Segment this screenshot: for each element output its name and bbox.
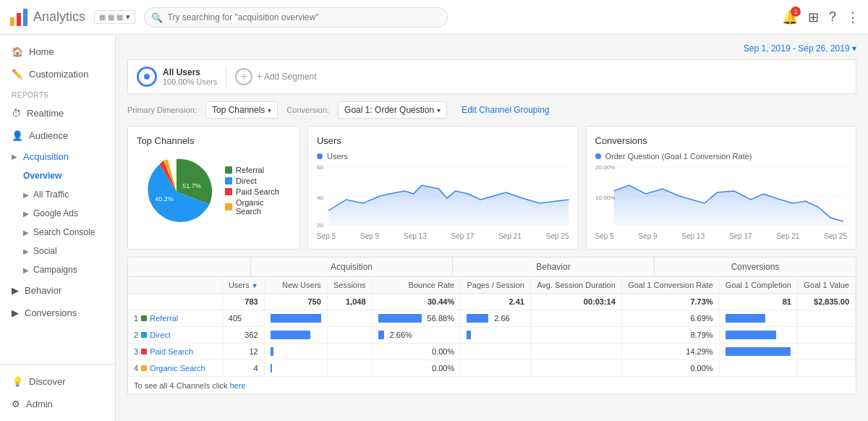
users-card: Users Users 60 <box>307 126 579 250</box>
edit-channel-grouping-link[interactable]: Edit Channel Grouping <box>461 105 549 115</box>
legend-direct: Direct <box>225 177 291 185</box>
total-sessions: 1,048 <box>327 294 372 310</box>
sidebar-item-customization[interactable]: ✏️ Customization <box>0 63 115 85</box>
add-segment-button[interactable]: + + Add Segment <box>235 68 316 85</box>
paid-search-link[interactable]: Paid Search <box>150 347 193 356</box>
row2-users: 362 <box>222 327 264 344</box>
sidebar-item-admin[interactable]: ⚙ Admin <box>0 393 115 415</box>
total-label <box>128 294 222 310</box>
sort-arrow-users: ▼ <box>252 282 258 289</box>
organic-search-dot <box>225 203 232 210</box>
row4-sessions <box>327 360 372 377</box>
sidebar-realtime-label: Realtime <box>27 108 64 119</box>
organic-search-link[interactable]: Organic Search <box>150 364 205 373</box>
segment-info: All Users 100.00% Users <box>163 67 217 86</box>
charts-row: Top Channels <box>127 126 856 250</box>
account-selector[interactable]: ▦ ▦ ▦ ▾ <box>94 10 135 24</box>
total-pages: 2.41 <box>461 294 531 310</box>
row1-sessions <box>327 310 372 327</box>
th-new-users[interactable]: New Users <box>264 277 327 294</box>
see-all-link[interactable]: here <box>230 381 246 390</box>
sidebar-acquisition-header[interactable]: ▶ Acquisition <box>0 147 115 166</box>
top-channels-title: Top Channels <box>137 135 291 146</box>
notifications-button[interactable]: 🔔 1 <box>782 9 798 25</box>
sidebar-item-overview[interactable]: Overview <box>23 166 115 185</box>
sidebar-campaigns-label: Campaigns <box>33 265 77 275</box>
data-table-card: Acquisition Behavior Conversions Users ▼… <box>127 257 856 395</box>
row3-channel: 3Paid Search <box>128 344 222 360</box>
home-icon: 🏠 <box>12 46 23 57</box>
sidebar-item-campaigns[interactable]: ▶ Campaigns <box>23 260 115 279</box>
sidebar-item-conversions[interactable]: ▶ Conversions <box>0 302 115 324</box>
app-title: Analytics <box>33 9 85 25</box>
segment-bar: All Users 100.00% Users + + Add Segment <box>127 59 856 94</box>
th-users[interactable]: Users ▼ <box>222 277 264 294</box>
row1-duration <box>530 310 621 327</box>
total-bounce: 30.44% <box>372 294 461 310</box>
sidebar-item-realtime[interactable]: ⏱ Realtime <box>0 102 115 124</box>
arrow-icon-camp: ▶ <box>23 266 29 274</box>
direct-dot <box>225 177 232 184</box>
th-bounce-rate[interactable]: Bounce Rate <box>372 277 461 294</box>
conversions-chart-title: Conversions <box>595 135 848 146</box>
x-label-sep21: Sep 21 <box>498 232 522 240</box>
sidebar-item-behavior[interactable]: ▶ Behavior <box>0 279 115 302</box>
row2-sessions <box>327 327 372 344</box>
users-line-chart: 60 40 20 <box>317 163 569 229</box>
row3-conv-rate: 14.29% <box>621 344 719 360</box>
direct-label: Direct <box>236 177 257 185</box>
th-conv-rate[interactable]: Goal 1 Conversion Rate <box>621 277 719 294</box>
date-range-arrow[interactable]: ▾ <box>852 43 856 54</box>
segment-chip: All Users 100.00% Users <box>137 67 217 87</box>
apps-button[interactable]: ⊞ <box>808 9 819 25</box>
x-label-sep5: Sep 5 <box>317 232 336 240</box>
paid-search-new-users-bar <box>271 347 273 356</box>
conversions-card: Conversions Order Question (Goal 1 Conve… <box>586 126 857 250</box>
referral-bounce-bar <box>378 314 422 323</box>
row3-bounce: 0.00% <box>372 344 461 360</box>
legend-organic-search: Organic Search <box>225 198 291 216</box>
th-channel <box>128 277 222 294</box>
search-bar: 🔍 <box>144 7 448 27</box>
row2-completions <box>719 327 797 344</box>
sidebar-item-social[interactable]: ▶ Social <box>23 242 115 260</box>
arrow-icon-social: ▶ <box>23 247 29 255</box>
th-pages-session[interactable]: Pages / Session <box>461 277 531 294</box>
primary-dimension-dropdown[interactable]: Top Channels ▾ <box>205 101 278 119</box>
pie-legend: Referral Direct Paid Search <box>225 166 291 218</box>
row4-pages <box>461 360 531 377</box>
behavior-group-header: Behavior <box>453 258 655 276</box>
th-value[interactable]: Goal 1 Value <box>797 277 855 294</box>
sidebar-home-label: Home <box>29 46 54 57</box>
conv-x-sep25: Sep 25 <box>824 232 847 240</box>
th-sessions[interactable]: Sessions <box>327 277 372 294</box>
sidebar-item-audience[interactable]: 👤 Audience <box>0 124 115 147</box>
more-options-button[interactable]: ⋮ <box>846 9 859 25</box>
sidebar-group-acquisition: ▶ Acquisition Overview ▶ All Traffic ▶ G… <box>0 147 115 279</box>
conv-x-labels: Sep 5 Sep 9 Sep 13 Sep 17 Sep 21 Sep 25 <box>595 232 848 240</box>
sidebar-item-all-traffic[interactable]: ▶ All Traffic <box>23 185 115 204</box>
chevron-down-icon-conv: ▾ <box>437 106 441 114</box>
x-label-sep13: Sep 13 <box>404 232 427 240</box>
sidebar-audience-label: Audience <box>29 130 68 141</box>
conversion-dropdown[interactable]: Goal 1: Order Question ▾ <box>338 101 447 119</box>
notification-badge: 1 <box>791 7 801 17</box>
svg-text:40.2%: 40.2% <box>155 195 174 203</box>
row4-bounce: 0.00% <box>372 360 461 377</box>
search-input[interactable] <box>144 7 448 27</box>
sidebar-alltraffic-label: All Traffic <box>33 190 69 200</box>
acquisition-group-header: Acquisition <box>251 258 453 276</box>
th-completions[interactable]: Goal 1 Completion <box>719 277 797 294</box>
th-avg-duration[interactable]: Avg. Session Duration <box>530 277 621 294</box>
help-button[interactable]: ? <box>829 9 836 25</box>
sidebar-item-search-console[interactable]: ▶ Search Console <box>23 223 115 242</box>
direct-link[interactable]: Direct <box>150 331 171 339</box>
svg-text:60: 60 <box>317 165 323 171</box>
referral-link[interactable]: Referral <box>150 314 178 323</box>
primary-dimension-label: Primary Dimension: <box>127 106 197 114</box>
sidebar-item-home[interactable]: 🏠 Home <box>0 41 115 63</box>
sidebar-item-google-ads[interactable]: ▶ Google Ads <box>23 204 115 223</box>
paid-search-dot <box>225 188 232 195</box>
sidebar-item-discover[interactable]: 💡 Discover <box>0 370 115 393</box>
paid-search-label: Paid Search <box>236 187 279 196</box>
